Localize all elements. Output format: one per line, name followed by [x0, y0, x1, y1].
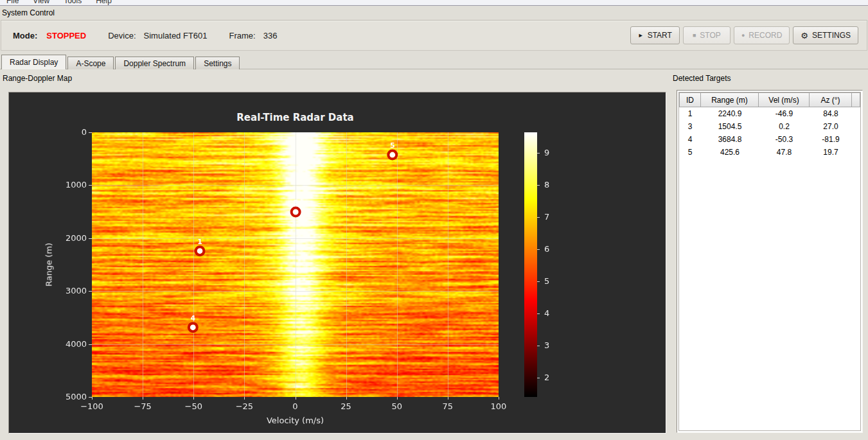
heatmap-canvas — [92, 132, 499, 397]
column-header-az-[interactable]: Az (°) — [810, 92, 852, 107]
targets-table: IDRange (m)Vel (m/s)Az (°) 12240.9-46.98… — [678, 92, 861, 431]
device-label: Device: — [108, 31, 136, 40]
column-header-range-m-[interactable]: Range (m) — [701, 92, 759, 107]
y-tick-label: 2000 — [47, 233, 87, 243]
app-window: FileViewToolsHelp System Control Mode: S… — [0, 0, 868, 440]
gear-icon: ⚙ — [801, 31, 808, 40]
target-cell: 2240.9 — [701, 107, 759, 120]
settings-button[interactable]: ⚙SETTINGS — [793, 26, 858, 44]
detected-targets-panel: IDRange (m)Vel (m/s)Az (°) 12240.9-46.98… — [677, 90, 863, 433]
tab-bar: Radar DisplayA-ScopeDoppler SpectrumSett… — [1, 55, 241, 69]
system-control-group: Mode: STOPPED Device: Simulated FT601 Fr… — [1, 20, 867, 51]
colorbar — [524, 132, 537, 397]
menu-bar: FileViewToolsHelp — [0, 0, 868, 6]
y-tick-label: 0 — [47, 127, 87, 137]
play-icon: ► — [638, 33, 644, 39]
colorbar-tick-label: 2 — [544, 373, 549, 382]
target-cell: -46.9 — [759, 107, 810, 120]
mode-value: STOPPED — [46, 31, 86, 40]
record-icon: ● — [741, 33, 745, 39]
menu-view[interactable]: View — [30, 0, 52, 5]
target-cell: 3684.8 — [701, 133, 759, 146]
button-label: START — [648, 31, 672, 40]
frame-value: 336 — [263, 31, 278, 40]
targets-table-header: IDRange (m)Vel (m/s)Az (°) — [679, 92, 860, 107]
targets-table-body: 12240.9-46.984.831504.50.227.043684.8-50… — [679, 107, 860, 159]
x-tick-label: 100 — [478, 401, 519, 411]
x-tick-label: −25 — [224, 401, 265, 411]
y-tick-label: 1000 — [47, 180, 87, 189]
x-tick-label: 75 — [427, 401, 468, 411]
target-cell: 0.2 — [759, 120, 810, 133]
column-header-id[interactable]: ID — [679, 92, 701, 107]
menu-tools[interactable]: Tools — [61, 0, 84, 5]
menu-help[interactable]: Help — [93, 0, 114, 5]
button-label: RECORD — [748, 31, 782, 40]
target-cell: 1504.5 — [701, 120, 759, 133]
x-tick-label: 25 — [326, 401, 367, 411]
range-doppler-plot: Real-Time Radar Data Velocity (m/s) Rang… — [8, 92, 666, 434]
mode-label: Mode: — [13, 31, 37, 40]
tab-doppler-spectrum[interactable]: Doppler Spectrum — [115, 57, 194, 69]
target-row[interactable]: 43684.8-50.3-81.9 — [679, 133, 860, 146]
y-tick-label: 5000 — [47, 392, 87, 401]
target-cell: 3 — [679, 120, 701, 133]
start-button[interactable]: ►START — [630, 26, 680, 44]
frame-label: Frame: — [229, 31, 256, 40]
colorbar-tick-label: 7 — [544, 212, 549, 222]
x-tick-label: −75 — [122, 401, 163, 411]
target-cell: 47.8 — [759, 146, 810, 159]
target-cell: -81.9 — [810, 133, 852, 146]
target-cell: 425.6 — [701, 146, 759, 159]
x-tick-label: 0 — [275, 401, 316, 411]
target-row[interactable]: 5425.647.819.7 — [679, 146, 860, 159]
x-tick-label: 50 — [376, 401, 418, 411]
target-row[interactable]: 12240.9-46.984.8 — [679, 107, 860, 120]
button-label: SETTINGS — [812, 31, 851, 40]
tab-settings[interactable]: Settings — [195, 57, 240, 69]
colorbar-tick-label: 3 — [544, 340, 549, 350]
stop-button[interactable]: ■STOP — [683, 26, 731, 44]
target-cell: 27.0 — [810, 120, 852, 133]
colorbar-tick-label: 9 — [544, 148, 549, 157]
target-cell: 19.7 — [810, 146, 852, 159]
y-axis-label: Range (m) — [44, 243, 54, 286]
x-tick-label: −100 — [71, 401, 112, 411]
system-control-title: System Control — [2, 8, 55, 17]
target-cell: 84.8 — [810, 107, 852, 120]
y-tick-label: 3000 — [47, 286, 87, 295]
target-row[interactable]: 31504.50.227.0 — [679, 120, 860, 133]
target-cell: -50.3 — [759, 133, 810, 146]
range-doppler-map-label: Range-Doppler Map — [3, 74, 72, 83]
target-cell: 4 — [679, 133, 701, 146]
target-cell: 1 — [679, 107, 701, 120]
column-header-filler — [852, 92, 860, 107]
plot-title: Real-Time Radar Data — [92, 112, 499, 123]
menu-file[interactable]: File — [4, 0, 21, 5]
detected-targets-label: Detected Targets — [673, 74, 731, 83]
tab-a-scope[interactable]: A-Scope — [67, 57, 114, 69]
device-value: Simulated FT601 — [144, 31, 208, 40]
tab-radar-display[interactable]: Radar Display — [1, 55, 66, 69]
colorbar-tick-label: 6 — [544, 244, 549, 254]
y-tick-label: 4000 — [47, 339, 87, 349]
stop-icon: ■ — [693, 33, 696, 39]
column-header-vel-m-s-[interactable]: Vel (m/s) — [759, 92, 810, 107]
button-label: STOP — [700, 31, 720, 40]
colorbar-tick-label: 4 — [544, 308, 549, 318]
target-cell: 5 — [679, 146, 701, 159]
colorbar-tick-label: 8 — [544, 180, 549, 189]
status-fields: Mode: STOPPED Device: Simulated FT601 Fr… — [13, 21, 277, 50]
colorbar-tick-label: 5 — [544, 276, 549, 286]
record-button[interactable]: ●RECORD — [734, 26, 790, 44]
x-tick-label: −50 — [173, 401, 214, 411]
x-axis-label: Velocity (m/s) — [92, 416, 499, 425]
